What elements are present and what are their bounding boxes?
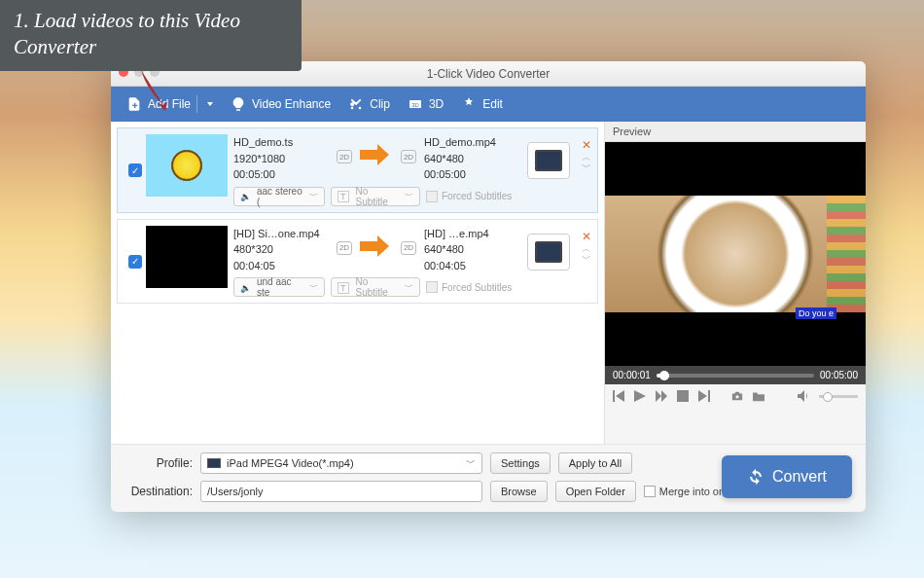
file-checkbox[interactable] — [128, 163, 142, 177]
subtitle-label: No Subtitle — [356, 276, 402, 298]
input-resolution: 480*320 — [233, 241, 329, 258]
file-thumbnail[interactable] — [146, 134, 228, 197]
output-duration: 00:05:00 — [424, 166, 519, 183]
audio-track-label: aac stereo ( — [257, 186, 305, 207]
output-resolution: 640*480 — [424, 241, 519, 258]
file-item[interactable]: [HD] Si…one.mp4 480*320 00:04:05 2D 2D [… — [117, 219, 598, 305]
convert-arrow-icon — [360, 144, 393, 169]
subtitle-select[interactable]: No Subtitle﹀ — [331, 187, 420, 206]
video-preview[interactable]: Do you e — [605, 142, 866, 366]
three-d-label: 3D — [429, 97, 444, 111]
edit-icon — [461, 96, 477, 112]
chevron-down-icon: ﹀ — [405, 190, 413, 202]
input-filename: [HD] Si…one.mp4 — [233, 226, 329, 242]
convert-button[interactable]: Convert — [722, 455, 852, 498]
output-filename: HD_demo.mp4 — [424, 134, 519, 151]
scissors-icon — [348, 96, 364, 112]
stop-icon[interactable] — [677, 390, 689, 402]
convert-icon — [747, 468, 764, 486]
file-checkbox[interactable] — [128, 255, 142, 269]
destination-input[interactable]: /Users/jonly — [200, 481, 482, 502]
device-preset-thumb[interactable] — [527, 234, 570, 271]
input-dimension-badge: 2D — [337, 150, 352, 163]
add-file-dropdown-icon[interactable] — [207, 102, 213, 106]
input-resolution: 1920*1080 — [233, 151, 329, 167]
input-duration: 00:05:00 — [233, 166, 329, 183]
audio-track-select[interactable]: aac stereo (﹀ — [233, 187, 325, 206]
device-preset-thumb[interactable] — [527, 142, 570, 179]
preview-panel: Preview Do you e 00:00:01 00:05:00 — [605, 122, 866, 444]
output-filename: [HD] …e.mp4 — [424, 226, 519, 242]
forced-subtitles-label: Forced Subtitles — [442, 282, 512, 293]
file-item[interactable]: HD_demo.ts 1920*1080 00:05:00 2D 2D HD_d… — [117, 127, 598, 213]
audio-track-label: und aac ste — [257, 276, 305, 298]
chevron-down-icon: ﹀ — [466, 456, 476, 470]
move-down-icon[interactable]: ﹀ — [582, 255, 591, 263]
preview-title: Preview — [605, 122, 866, 142]
file-list: HD_demo.ts 1920*1080 00:05:00 2D 2D HD_d… — [111, 122, 605, 444]
chevron-down-icon: ﹀ — [405, 281, 413, 294]
seek-slider[interactable] — [657, 374, 814, 378]
edit-label: Edit — [482, 97, 503, 111]
audio-track-select[interactable]: und aac ste﹀ — [233, 277, 325, 297]
app-window: 1-Click Video Converter Add File Video E… — [111, 61, 866, 512]
subtitle-overlay: Do you e — [796, 307, 836, 319]
volume-slider[interactable] — [819, 395, 858, 398]
volume-icon[interactable] — [798, 390, 809, 402]
video-enhance-button[interactable]: Video Enhance — [231, 96, 331, 112]
fast-forward-icon[interactable] — [656, 390, 667, 402]
svg-text:3D: 3D — [411, 102, 419, 108]
svg-rect-2 — [677, 390, 689, 402]
input-filename: HD_demo.ts — [233, 134, 329, 151]
move-down-icon[interactable]: ﹀ — [582, 163, 591, 171]
input-dimension-badge: 2D — [337, 241, 352, 255]
forced-subtitles-checkbox[interactable]: Forced Subtitles — [426, 187, 512, 206]
enhance-icon — [231, 96, 246, 112]
ipad-icon — [207, 458, 221, 468]
forced-subtitles-checkbox[interactable]: Forced Subtitles — [426, 277, 512, 297]
open-folder-button[interactable]: Open Folder — [555, 481, 636, 502]
time-total: 00:05:00 — [820, 370, 858, 380]
output-duration: 00:04:05 — [424, 258, 519, 274]
video-enhance-label: Video Enhance — [252, 97, 331, 111]
profile-select[interactable]: iPad MPEG4 Video(*.mp4) ﹀ — [200, 452, 482, 474]
play-icon[interactable] — [634, 390, 646, 402]
subtitle-select[interactable]: No Subtitle﹀ — [331, 277, 420, 297]
profile-label: Profile: — [123, 456, 193, 470]
toolbar-divider — [196, 95, 197, 113]
annotation-tooltip: 1. Load videos to this Video Converter — [0, 0, 302, 71]
clip-button[interactable]: Clip — [348, 96, 390, 112]
edit-button[interactable]: Edit — [461, 96, 503, 112]
apply-all-button[interactable]: Apply to All — [558, 452, 632, 474]
main-toolbar: Add File Video Enhance Clip 3D 3D Edit — [111, 87, 866, 122]
file-thumbnail[interactable] — [146, 226, 228, 288]
chevron-down-icon: ﹀ — [309, 190, 318, 202]
snapshot-icon[interactable] — [731, 390, 743, 402]
settings-button[interactable]: Settings — [490, 452, 551, 474]
input-duration: 00:04:05 — [233, 258, 329, 274]
time-current: 00:00:01 — [613, 370, 651, 380]
profile-value: iPad MPEG4 Video(*.mp4) — [227, 457, 354, 469]
output-resolution: 640*480 — [424, 151, 519, 167]
remove-item-icon[interactable]: ✕ — [582, 230, 591, 243]
output-dimension-badge: 2D — [401, 241, 416, 255]
prev-track-icon[interactable] — [613, 390, 624, 402]
playback-controls — [605, 384, 866, 408]
move-up-icon[interactable]: ︿ — [582, 154, 591, 162]
output-dimension-badge: 2D — [401, 150, 416, 163]
convert-arrow-icon — [360, 235, 393, 261]
move-up-icon[interactable]: ︿ — [582, 245, 591, 253]
remove-item-icon[interactable]: ✕ — [582, 138, 591, 152]
browse-button[interactable]: Browse — [490, 481, 548, 502]
annotation-arrow-icon — [136, 68, 175, 121]
destination-label: Destination: — [123, 485, 193, 498]
three-d-button[interactable]: 3D 3D — [408, 96, 444, 112]
subtitle-label: No Subtitle — [356, 186, 402, 207]
convert-label: Convert — [772, 468, 827, 486]
forced-subtitles-label: Forced Subtitles — [442, 191, 512, 201]
open-folder-icon[interactable] — [753, 390, 764, 402]
three-d-icon: 3D — [408, 96, 423, 112]
next-track-icon[interactable] — [698, 390, 710, 402]
chevron-down-icon: ﹀ — [309, 281, 318, 294]
clip-label: Clip — [370, 97, 390, 111]
